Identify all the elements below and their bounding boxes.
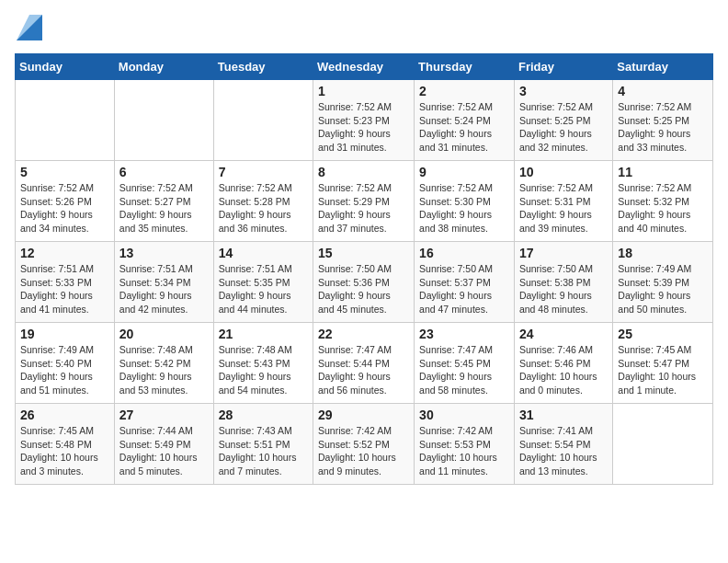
day-info: Sunrise: 7:47 AMSunset: 5:44 PMDaylight:… bbox=[318, 343, 409, 397]
calendar-cell: 5Sunrise: 7:52 AMSunset: 5:26 PMDaylight… bbox=[16, 161, 115, 242]
day-number: 21 bbox=[219, 327, 308, 341]
day-info: Sunrise: 7:52 AMSunset: 5:30 PMDaylight:… bbox=[419, 181, 509, 236]
day-number: 9 bbox=[419, 165, 509, 179]
day-info: Sunrise: 7:49 AMSunset: 5:40 PMDaylight:… bbox=[20, 343, 109, 397]
day-info: Sunrise: 7:51 AMSunset: 5:33 PMDaylight:… bbox=[20, 262, 109, 316]
calendar-cell: 14Sunrise: 7:51 AMSunset: 5:35 PMDayligh… bbox=[213, 242, 313, 323]
calendar-cell bbox=[114, 80, 213, 161]
day-number: 10 bbox=[519, 165, 608, 179]
day-info: Sunrise: 7:52 AMSunset: 5:27 PMDaylight:… bbox=[119, 181, 209, 236]
day-number: 14 bbox=[219, 246, 308, 260]
calendar-cell: 15Sunrise: 7:50 AMSunset: 5:36 PMDayligh… bbox=[313, 242, 415, 323]
day-info: Sunrise: 7:48 AMSunset: 5:43 PMDaylight:… bbox=[219, 343, 308, 397]
day-number: 27 bbox=[119, 408, 209, 422]
calendar-table: SundayMondayTuesdayWednesdayThursdayFrid… bbox=[15, 53, 713, 485]
day-number: 31 bbox=[519, 408, 608, 422]
day-info: Sunrise: 7:45 AMSunset: 5:48 PMDaylight:… bbox=[20, 424, 109, 478]
day-number: 4 bbox=[618, 84, 708, 98]
day-info: Sunrise: 7:52 AMSunset: 5:29 PMDaylight:… bbox=[318, 181, 409, 236]
day-number: 16 bbox=[419, 246, 509, 260]
svg-marker-1 bbox=[17, 15, 42, 40]
day-number: 28 bbox=[219, 408, 308, 422]
calendar-header-row: SundayMondayTuesdayWednesdayThursdayFrid… bbox=[16, 54, 713, 80]
day-number: 13 bbox=[119, 246, 209, 260]
calendar-cell bbox=[613, 404, 713, 485]
day-info: Sunrise: 7:52 AMSunset: 5:24 PMDaylight:… bbox=[419, 100, 509, 155]
day-number: 7 bbox=[219, 165, 308, 179]
weekday-header: Friday bbox=[514, 54, 612, 80]
day-info: Sunrise: 7:46 AMSunset: 5:46 PMDaylight:… bbox=[519, 343, 608, 397]
day-number: 22 bbox=[318, 327, 409, 341]
day-info: Sunrise: 7:52 AMSunset: 5:32 PMDaylight:… bbox=[618, 181, 708, 236]
calendar-cell: 22Sunrise: 7:47 AMSunset: 5:44 PMDayligh… bbox=[313, 323, 415, 404]
weekday-header: Tuesday bbox=[213, 54, 313, 80]
calendar-cell: 17Sunrise: 7:50 AMSunset: 5:38 PMDayligh… bbox=[514, 242, 612, 323]
day-info: Sunrise: 7:42 AMSunset: 5:52 PMDaylight:… bbox=[318, 424, 409, 478]
calendar-cell: 11Sunrise: 7:52 AMSunset: 5:32 PMDayligh… bbox=[613, 161, 713, 242]
day-info: Sunrise: 7:51 AMSunset: 5:34 PMDaylight:… bbox=[119, 262, 209, 316]
day-info: Sunrise: 7:49 AMSunset: 5:39 PMDaylight:… bbox=[618, 262, 708, 316]
calendar-cell: 13Sunrise: 7:51 AMSunset: 5:34 PMDayligh… bbox=[114, 242, 213, 323]
calendar-cell: 30Sunrise: 7:42 AMSunset: 5:53 PMDayligh… bbox=[415, 404, 515, 485]
day-number: 29 bbox=[318, 408, 409, 422]
day-number: 24 bbox=[519, 327, 608, 341]
weekday-header: Sunday bbox=[16, 54, 115, 80]
day-info: Sunrise: 7:47 AMSunset: 5:45 PMDaylight:… bbox=[419, 343, 509, 397]
calendar-week-row: 5Sunrise: 7:52 AMSunset: 5:26 PMDaylight… bbox=[16, 161, 713, 242]
calendar-week-row: 26Sunrise: 7:45 AMSunset: 5:48 PMDayligh… bbox=[16, 404, 713, 485]
calendar-cell bbox=[16, 80, 115, 161]
day-number: 23 bbox=[419, 327, 509, 341]
day-number: 19 bbox=[20, 327, 109, 341]
calendar-cell: 20Sunrise: 7:48 AMSunset: 5:42 PMDayligh… bbox=[114, 323, 213, 404]
day-number: 3 bbox=[519, 84, 608, 98]
calendar-cell: 3Sunrise: 7:52 AMSunset: 5:25 PMDaylight… bbox=[514, 80, 612, 161]
day-number: 30 bbox=[419, 408, 509, 422]
calendar-cell: 1Sunrise: 7:52 AMSunset: 5:23 PMDaylight… bbox=[313, 80, 415, 161]
page-header bbox=[15, 15, 713, 44]
calendar-cell: 10Sunrise: 7:52 AMSunset: 5:31 PMDayligh… bbox=[514, 161, 612, 242]
weekday-header: Thursday bbox=[415, 54, 515, 80]
weekday-header: Saturday bbox=[613, 54, 713, 80]
day-info: Sunrise: 7:52 AMSunset: 5:31 PMDaylight:… bbox=[519, 181, 608, 236]
day-number: 11 bbox=[618, 165, 708, 179]
calendar-cell: 21Sunrise: 7:48 AMSunset: 5:43 PMDayligh… bbox=[213, 323, 313, 404]
day-info: Sunrise: 7:52 AMSunset: 5:26 PMDaylight:… bbox=[20, 181, 109, 236]
day-number: 15 bbox=[318, 246, 409, 260]
day-number: 5 bbox=[20, 165, 109, 179]
calendar-cell: 12Sunrise: 7:51 AMSunset: 5:33 PMDayligh… bbox=[16, 242, 115, 323]
calendar-cell: 8Sunrise: 7:52 AMSunset: 5:29 PMDaylight… bbox=[313, 161, 415, 242]
day-info: Sunrise: 7:50 AMSunset: 5:38 PMDaylight:… bbox=[519, 262, 608, 316]
calendar-cell: 19Sunrise: 7:49 AMSunset: 5:40 PMDayligh… bbox=[16, 323, 115, 404]
calendar-cell: 16Sunrise: 7:50 AMSunset: 5:37 PMDayligh… bbox=[415, 242, 515, 323]
calendar-cell: 9Sunrise: 7:52 AMSunset: 5:30 PMDaylight… bbox=[415, 161, 515, 242]
calendar-cell: 4Sunrise: 7:52 AMSunset: 5:25 PMDaylight… bbox=[613, 80, 713, 161]
day-number: 17 bbox=[519, 246, 608, 260]
day-info: Sunrise: 7:50 AMSunset: 5:36 PMDaylight:… bbox=[318, 262, 409, 316]
calendar-cell: 24Sunrise: 7:46 AMSunset: 5:46 PMDayligh… bbox=[514, 323, 612, 404]
calendar-cell: 25Sunrise: 7:45 AMSunset: 5:47 PMDayligh… bbox=[613, 323, 713, 404]
calendar-cell: 27Sunrise: 7:44 AMSunset: 5:49 PMDayligh… bbox=[114, 404, 213, 485]
day-number: 8 bbox=[318, 165, 409, 179]
day-number: 1 bbox=[318, 84, 409, 98]
weekday-header: Wednesday bbox=[313, 54, 415, 80]
calendar-cell: 28Sunrise: 7:43 AMSunset: 5:51 PMDayligh… bbox=[213, 404, 313, 485]
day-number: 26 bbox=[20, 408, 109, 422]
day-info: Sunrise: 7:52 AMSunset: 5:25 PMDaylight:… bbox=[618, 100, 708, 155]
calendar-cell: 6Sunrise: 7:52 AMSunset: 5:27 PMDaylight… bbox=[114, 161, 213, 242]
calendar-cell: 18Sunrise: 7:49 AMSunset: 5:39 PMDayligh… bbox=[613, 242, 713, 323]
day-info: Sunrise: 7:43 AMSunset: 5:51 PMDaylight:… bbox=[219, 424, 308, 478]
calendar-cell: 26Sunrise: 7:45 AMSunset: 5:48 PMDayligh… bbox=[16, 404, 115, 485]
day-number: 25 bbox=[618, 327, 708, 341]
day-info: Sunrise: 7:51 AMSunset: 5:35 PMDaylight:… bbox=[219, 262, 308, 316]
day-info: Sunrise: 7:42 AMSunset: 5:53 PMDaylight:… bbox=[419, 424, 509, 478]
logo-icon bbox=[17, 15, 42, 40]
calendar-cell: 29Sunrise: 7:42 AMSunset: 5:52 PMDayligh… bbox=[313, 404, 415, 485]
calendar-cell: 23Sunrise: 7:47 AMSunset: 5:45 PMDayligh… bbox=[415, 323, 515, 404]
day-info: Sunrise: 7:52 AMSunset: 5:23 PMDaylight:… bbox=[318, 100, 409, 155]
calendar-cell: 7Sunrise: 7:52 AMSunset: 5:28 PMDaylight… bbox=[213, 161, 313, 242]
logo bbox=[15, 15, 42, 44]
calendar-week-row: 1Sunrise: 7:52 AMSunset: 5:23 PMDaylight… bbox=[16, 80, 713, 161]
day-info: Sunrise: 7:45 AMSunset: 5:47 PMDaylight:… bbox=[618, 343, 708, 397]
calendar-week-row: 19Sunrise: 7:49 AMSunset: 5:40 PMDayligh… bbox=[16, 323, 713, 404]
day-info: Sunrise: 7:44 AMSunset: 5:49 PMDaylight:… bbox=[119, 424, 209, 478]
